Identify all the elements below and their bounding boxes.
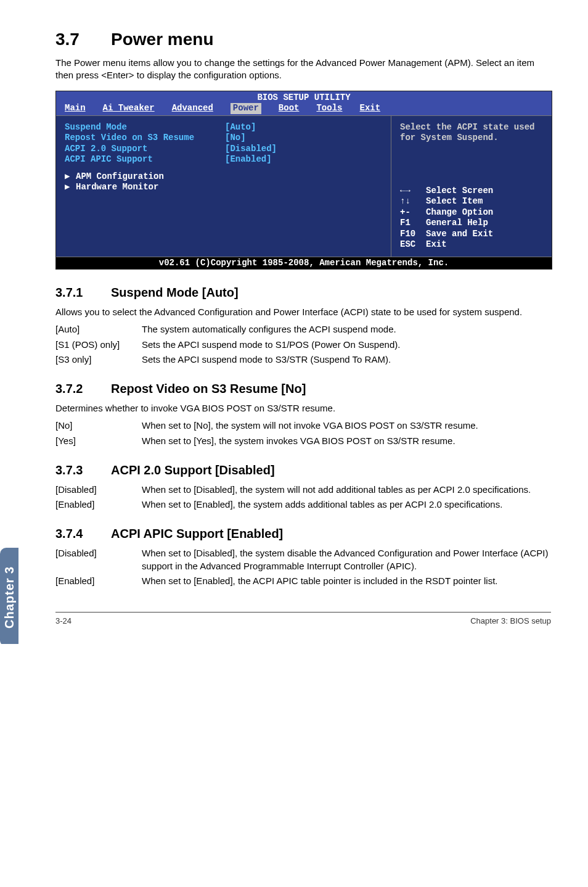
subsection-paragraph: Determines whether to invoke VGA BIOS PO…: [55, 402, 551, 415]
bios-sub-label: Hardware Monitor: [76, 182, 158, 193]
chapter-side-tab: Chapter 3: [0, 548, 18, 644]
subsection-number: 3.7.2: [55, 382, 111, 396]
bios-item-label: ACPI 2.0 Support: [65, 144, 225, 155]
key-plusminus-icon: +-: [400, 207, 426, 218]
triangle-right-icon: ▶: [65, 182, 76, 193]
key-desc: Save and Exit: [426, 229, 493, 239]
key-desc: Select Screen: [426, 186, 493, 196]
triangle-right-icon: ▶: [65, 171, 76, 183]
option-row: [Enabled]When set to [Enabled], the ACPI…: [55, 575, 551, 587]
bios-item-label: Suspend Mode: [65, 122, 225, 133]
key-f10: F10: [400, 229, 426, 240]
key-esc: ESC: [400, 239, 426, 250]
bios-menu-exit[interactable]: Exit: [359, 103, 380, 114]
option-desc: When set to [Enabled], the system adds a…: [142, 498, 551, 511]
subsection-title: Suspend Mode [Auto]: [111, 286, 239, 299]
bios-title: BIOS SETUP UTILITY: [56, 91, 552, 104]
bios-item-suspend[interactable]: Suspend Mode [Auto]: [65, 122, 382, 133]
bios-item-label: ACPI APIC Support: [65, 154, 225, 165]
option-desc: When set to [Disabled], the system will …: [142, 484, 551, 496]
key-desc: Select Item: [426, 196, 483, 206]
subsection-heading: 3.7.2Repost Video on S3 Resume [No]: [55, 382, 551, 396]
subsection-number: 3.7.4: [55, 527, 111, 541]
option-row: [Disabled]When set to [Disabled], the sy…: [55, 484, 551, 496]
bios-key-legend: ←→Select Screen ↑↓Select Item +-Change O…: [400, 186, 543, 250]
bios-left-pane: Suspend Mode [Auto] Repost Video on S3 R…: [56, 115, 391, 257]
option-key: [Disabled]: [55, 484, 142, 496]
option-row: [Yes]When set to [Yes], the system invok…: [55, 435, 551, 447]
bios-menu-power[interactable]: Power: [231, 103, 261, 114]
subsection-number: 3.7.1: [55, 286, 111, 300]
bios-sub-apm[interactable]: ▶ APM Configuration: [65, 171, 382, 183]
subsection-title: Repost Video on S3 Resume [No]: [111, 382, 306, 395]
option-key: [S1 (POS) only]: [55, 339, 142, 351]
bios-item-value: [Enabled]: [225, 154, 272, 165]
section-heading: 3.7Power menu: [55, 30, 551, 49]
key-f1: F1: [400, 218, 426, 229]
bios-menu-bar[interactable]: Main Ai Tweaker Advanced Power Boot Tool…: [56, 103, 552, 115]
option-row: [S1 (POS) only]Sets the APCI suspend mod…: [55, 339, 551, 351]
page-number: 3-24: [55, 616, 71, 625]
option-key: [S3 only]: [55, 353, 142, 366]
bios-item-value: [No]: [225, 133, 246, 144]
subsection-heading: 3.7.4ACPI APIC Support [Enabled]: [55, 527, 551, 541]
section-number: 3.7: [55, 30, 111, 49]
subsection-heading: 3.7.3ACPI 2.0 Support [Disabled]: [55, 463, 551, 477]
bios-help-text: Select the ACPI state used for System Su…: [400, 122, 543, 144]
option-key: [No]: [55, 419, 142, 432]
bios-menu-aitweaker[interactable]: Ai Tweaker: [103, 103, 155, 114]
bios-menu-boot[interactable]: Boot: [279, 103, 300, 114]
subsection-number: 3.7.3: [55, 463, 111, 477]
option-key: [Yes]: [55, 435, 142, 447]
bios-item-acpiapic[interactable]: ACPI APIC Support [Enabled]: [65, 154, 382, 165]
option-row: [Auto]The system automatically configure…: [55, 323, 551, 336]
key-desc: Change Option: [426, 207, 493, 217]
option-key: [Auto]: [55, 323, 142, 336]
bios-sub-label: APM Configuration: [76, 171, 164, 183]
subsection-paragraph: Allows you to select the Advanced Config…: [55, 306, 551, 318]
bios-window: BIOS SETUP UTILITY Main Ai Tweaker Advan…: [55, 91, 552, 270]
bios-sub-hwmon[interactable]: ▶ Hardware Monitor: [65, 182, 382, 193]
page-footer: 3-24 Chapter 3: BIOS setup: [55, 612, 551, 625]
option-key: [Enabled]: [55, 575, 142, 587]
bios-menu-advanced[interactable]: Advanced: [172, 103, 213, 114]
bios-menu-main[interactable]: Main: [65, 103, 86, 114]
key-desc: Exit: [426, 239, 447, 249]
option-key: [Enabled]: [55, 498, 142, 511]
bios-right-pane: Select the ACPI state used for System Su…: [391, 115, 552, 257]
option-desc: When set to [Enabled], the ACPI APIC tab…: [142, 575, 551, 587]
subsection-heading: 3.7.1Suspend Mode [Auto]: [55, 286, 551, 300]
bios-menu-tools[interactable]: Tools: [316, 103, 342, 114]
bios-item-acpi20[interactable]: ACPI 2.0 Support [Disabled]: [65, 144, 382, 155]
option-desc: The system automatically configures the …: [142, 323, 551, 336]
option-row: [Enabled]When set to [Enabled], the syst…: [55, 498, 551, 511]
key-arrows-lr-icon: ←→: [400, 186, 426, 197]
option-key: [Disabled]: [55, 547, 142, 572]
option-desc: When set to [Yes], the system invokes VG…: [142, 435, 551, 447]
bios-item-label: Repost Video on S3 Resume: [65, 133, 225, 144]
option-row: [Disabled]When set to [Disabled], the sy…: [55, 547, 551, 572]
key-arrows-ud-icon: ↑↓: [400, 196, 426, 207]
key-desc: General Help: [426, 218, 488, 228]
subsection-title: ACPI 2.0 Support [Disabled]: [111, 463, 275, 477]
footer-chapter: Chapter 3: BIOS setup: [470, 616, 551, 625]
bios-footer: v02.61 (C)Copyright 1985-2008, American …: [56, 257, 552, 270]
bios-item-repost[interactable]: Repost Video on S3 Resume [No]: [65, 133, 382, 144]
option-desc: Sets the APCI suspend mode to S1/POS (Po…: [142, 339, 551, 351]
bios-item-value: [Disabled]: [225, 144, 277, 155]
option-row: [S3 only]Sets the APCI suspend mode to S…: [55, 353, 551, 366]
option-desc: When set to [Disabled], the system disab…: [142, 547, 551, 572]
subsection-title: ACPI APIC Support [Enabled]: [111, 527, 283, 540]
bios-item-value: [Auto]: [225, 122, 256, 133]
option-row: [No]When set to [No], the system will no…: [55, 419, 551, 432]
intro-paragraph: The Power menu items allow you to change…: [55, 57, 551, 82]
option-desc: Sets the APCI suspend mode to S3/STR (Su…: [142, 353, 551, 366]
option-desc: When set to [No], the system will not in…: [142, 419, 551, 432]
section-title: Power menu: [111, 30, 213, 49]
